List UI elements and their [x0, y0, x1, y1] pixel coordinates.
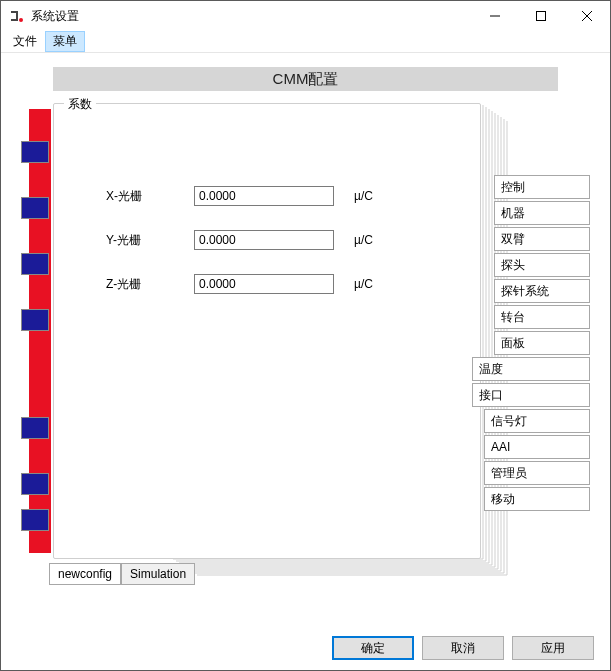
- side-header-interface[interactable]: 接口: [472, 383, 590, 407]
- label-y: Y-光栅: [94, 232, 194, 249]
- close-button[interactable]: [564, 1, 610, 31]
- side-tab-control[interactable]: 控制: [494, 175, 590, 199]
- side-marker-4[interactable]: [21, 309, 49, 331]
- tab-newconfig[interactable]: newconfig: [49, 563, 121, 585]
- side-tab-turntable[interactable]: 转台: [494, 305, 590, 329]
- coeff-panel: 系数 X-光栅 µ/C Y-光栅 µ/C Z-光栅 µ/C: [53, 103, 481, 559]
- side-tab-signal[interactable]: 信号灯: [484, 409, 590, 433]
- side-marker-6[interactable]: [21, 473, 49, 495]
- side-tab-probe[interactable]: 探头: [494, 253, 590, 277]
- svg-point-0: [19, 18, 23, 22]
- bottom-tabs: newconfig Simulation: [49, 563, 195, 585]
- side-marker-5[interactable]: [21, 417, 49, 439]
- window-title: 系统设置: [31, 8, 79, 25]
- app-icon: [9, 8, 25, 24]
- titlebar-left: 系统设置: [9, 8, 79, 25]
- side-tab-aai[interactable]: AAI: [484, 435, 590, 459]
- label-x: X-光栅: [94, 188, 194, 205]
- side-marker-2[interactable]: [21, 197, 49, 219]
- side-marker-1[interactable]: [21, 141, 49, 163]
- side-tab-admin[interactable]: 管理员: [484, 461, 590, 485]
- menubar: 文件 菜单: [1, 31, 610, 53]
- row-y: Y-光栅 µ/C: [94, 230, 394, 250]
- row-x: X-光栅 µ/C: [94, 186, 394, 206]
- dialog-footer: 确定 取消 应用: [1, 626, 610, 670]
- side-tab-move[interactable]: 移动: [484, 487, 590, 511]
- input-z[interactable]: [194, 274, 334, 294]
- apply-button[interactable]: 应用: [512, 636, 594, 660]
- titlebar: 系统设置: [1, 1, 610, 31]
- side-tabs: 控制 机器 双臂 探头 探针系统 转台 面板 温度 接口 信号灯 AAI 管理员…: [484, 175, 590, 513]
- cancel-button[interactable]: 取消: [422, 636, 504, 660]
- panel-legend: 系数: [64, 96, 96, 113]
- input-y[interactable]: [194, 230, 334, 250]
- maximize-button[interactable]: [518, 1, 564, 31]
- tab-simulation[interactable]: Simulation: [121, 563, 195, 585]
- menu-menu[interactable]: 菜单: [45, 31, 85, 52]
- unit-x: µ/C: [354, 189, 394, 203]
- svg-rect-1: [537, 12, 546, 21]
- side-tab-machine[interactable]: 机器: [494, 201, 590, 225]
- label-z: Z-光栅: [94, 276, 194, 293]
- side-marker-3[interactable]: [21, 253, 49, 275]
- side-tab-panel[interactable]: 面板: [494, 331, 590, 355]
- app-window: 系统设置 文件 菜单 CMM配置: [0, 0, 611, 671]
- side-header-temp[interactable]: 温度: [472, 357, 590, 381]
- window-controls: [472, 1, 610, 31]
- side-marker-7[interactable]: [21, 509, 49, 531]
- side-tab-dualarm[interactable]: 双臂: [494, 227, 590, 251]
- row-z: Z-光栅 µ/C: [94, 274, 394, 294]
- input-x[interactable]: [194, 186, 334, 206]
- content-area: CMM配置 系数 X-光栅 µ/C Y-光栅 µ/C: [1, 53, 610, 626]
- side-tab-probesys[interactable]: 探针系统: [494, 279, 590, 303]
- unit-z: µ/C: [354, 277, 394, 291]
- unit-y: µ/C: [354, 233, 394, 247]
- menu-file[interactable]: 文件: [5, 31, 45, 52]
- config-banner: CMM配置: [53, 67, 558, 91]
- minimize-button[interactable]: [472, 1, 518, 31]
- ok-button[interactable]: 确定: [332, 636, 414, 660]
